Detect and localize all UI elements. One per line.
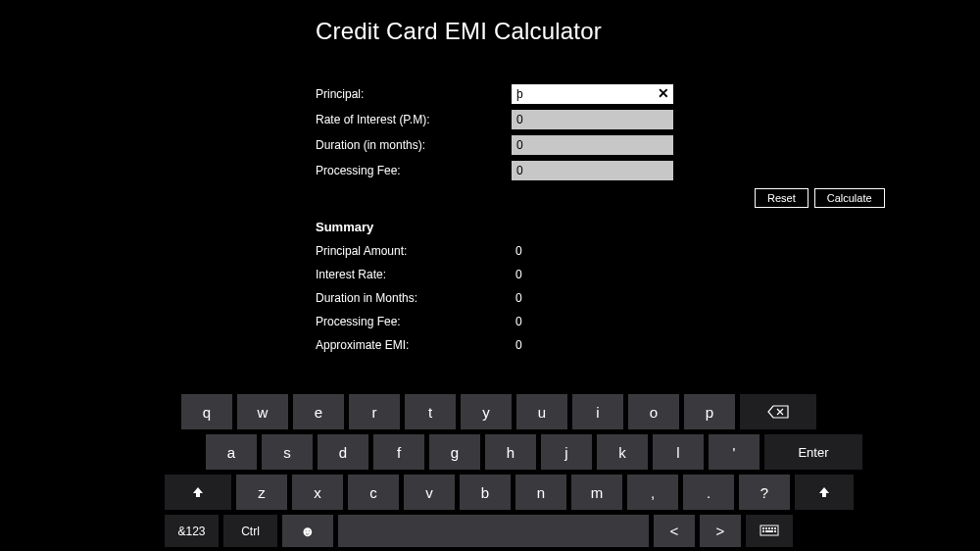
fee-row: Processing Fee:	[316, 161, 980, 180]
svg-rect-5	[774, 527, 776, 529]
key-h[interactable]: h	[485, 434, 536, 470]
rate-row: Rate of Interest (P.M):	[316, 110, 980, 129]
svg-rect-3	[768, 527, 770, 529]
key-j[interactable]: j	[541, 434, 592, 470]
key-comma[interactable]: ,	[627, 475, 678, 510]
key-apostrophe[interactable]: '	[709, 434, 760, 470]
key-r[interactable]: r	[349, 394, 400, 429]
summary-fee-label: Processing Fee:	[316, 315, 515, 328]
principal-row: Principal: ✕	[316, 84, 980, 104]
svg-rect-7	[765, 530, 773, 532]
key-y[interactable]: y	[461, 394, 512, 429]
summary-duration-label: Duration in Months:	[316, 291, 515, 305]
shift-icon	[817, 485, 831, 499]
key-d[interactable]: d	[318, 434, 368, 470]
key-left-arrow[interactable]: <	[654, 515, 695, 547]
fee-input[interactable]	[512, 161, 673, 180]
key-e[interactable]: e	[293, 394, 344, 429]
duration-row: Duration (in months):	[316, 135, 980, 155]
key-ctrl[interactable]: Ctrl	[223, 515, 277, 547]
clear-icon[interactable]: ✕	[658, 85, 669, 101]
summary-duration-row: Duration in Months: 0	[316, 291, 980, 305]
key-symbols[interactable]: &123	[165, 515, 219, 547]
key-w[interactable]: w	[237, 394, 288, 429]
key-k[interactable]: k	[597, 434, 648, 470]
svg-rect-8	[774, 530, 776, 532]
key-i[interactable]: i	[572, 394, 623, 429]
keyboard-icon	[760, 525, 779, 538]
svg-rect-2	[765, 527, 767, 529]
key-o[interactable]: o	[628, 394, 679, 429]
page-title: Credit Card EMI Calculator	[316, 18, 980, 45]
summary-principal-value: 0	[515, 244, 522, 258]
principal-input[interactable]	[512, 84, 673, 104]
summary-heading: Summary	[316, 220, 980, 234]
key-a[interactable]: a	[206, 434, 257, 470]
principal-label: Principal:	[316, 87, 512, 101]
summary-fee-row: Processing Fee: 0	[316, 315, 980, 328]
key-shift-right[interactable]	[795, 475, 854, 510]
key-backspace[interactable]	[740, 394, 816, 429]
key-shift-left[interactable]	[165, 475, 231, 510]
key-space[interactable]	[338, 515, 649, 547]
rate-input[interactable]	[512, 110, 673, 129]
key-q[interactable]: q	[181, 394, 232, 429]
key-m[interactable]: m	[571, 475, 622, 510]
chevron-left-icon: <	[670, 523, 679, 539]
key-l[interactable]: l	[653, 434, 704, 470]
svg-rect-4	[771, 527, 773, 529]
summary: Summary Principal Amount: 0 Interest Rat…	[0, 208, 980, 352]
duration-input[interactable]	[512, 135, 673, 155]
key-x[interactable]: x	[292, 475, 343, 510]
key-n[interactable]: n	[515, 475, 566, 510]
key-enter[interactable]: Enter	[764, 434, 862, 470]
chevron-right-icon: >	[716, 523, 725, 539]
svg-rect-1	[762, 527, 764, 529]
form: Principal: ✕ Rate of Interest (P.M): Dur…	[0, 45, 980, 208]
key-right-arrow[interactable]: >	[700, 515, 741, 547]
svg-rect-6	[762, 530, 764, 532]
key-s[interactable]: s	[262, 434, 313, 470]
summary-rate-row: Interest Rate: 0	[316, 268, 980, 281]
key-u[interactable]: u	[516, 394, 567, 429]
summary-principal-label: Principal Amount:	[316, 244, 515, 258]
calculate-button[interactable]: Calculate	[814, 188, 885, 208]
key-g[interactable]: g	[429, 434, 480, 470]
duration-label: Duration (in months):	[316, 138, 512, 152]
summary-emi-value: 0	[515, 338, 522, 352]
key-hide-keyboard[interactable]	[746, 515, 793, 547]
key-p[interactable]: p	[684, 394, 735, 429]
key-emoji[interactable]: ☻	[282, 515, 333, 547]
emoji-icon: ☻	[300, 523, 316, 539]
key-z[interactable]: z	[236, 475, 287, 510]
summary-rate-value: 0	[515, 268, 522, 281]
fee-label: Processing Fee:	[316, 164, 512, 177]
key-v[interactable]: v	[404, 475, 455, 510]
summary-emi-row: Approximate EMI: 0	[316, 338, 980, 352]
summary-duration-value: 0	[515, 291, 522, 305]
key-t[interactable]: t	[405, 394, 456, 429]
on-screen-keyboard: q w e r t y u i o p a s d f g h j k l ' …	[0, 392, 980, 551]
key-c[interactable]: c	[348, 475, 399, 510]
shift-icon	[191, 485, 205, 499]
summary-fee-value: 0	[515, 315, 522, 328]
key-f[interactable]: f	[373, 434, 424, 470]
key-period[interactable]: .	[683, 475, 734, 510]
key-question[interactable]: ?	[739, 475, 790, 510]
key-b[interactable]: b	[460, 475, 511, 510]
summary-rate-label: Interest Rate:	[316, 268, 515, 281]
backspace-icon	[767, 405, 789, 419]
summary-principal-row: Principal Amount: 0	[316, 244, 980, 258]
summary-emi-label: Approximate EMI:	[316, 338, 515, 352]
rate-label: Rate of Interest (P.M):	[316, 113, 512, 126]
reset-button[interactable]: Reset	[755, 188, 808, 208]
